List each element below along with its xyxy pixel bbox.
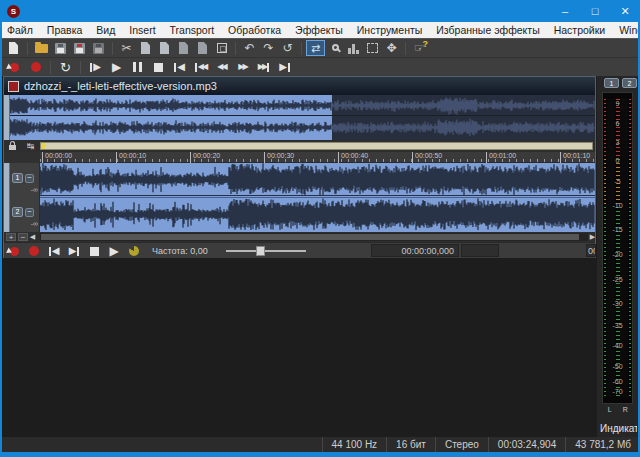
menu-window[interactable]: Window — [612, 22, 640, 38]
rewind-button[interactable]: ◀◀ — [211, 59, 232, 75]
selection-tool-button[interactable] — [363, 40, 382, 56]
statistics-button[interactable] — [344, 40, 363, 56]
play-icon: ▶ — [109, 245, 118, 257]
pan-tool-button[interactable]: ✥ — [382, 40, 401, 56]
document-title-bar[interactable]: dzhozzi_-_leti-leti-effective-version.mp… — [4, 77, 595, 95]
play-all-button[interactable]: ▶ — [85, 59, 106, 75]
stop-button[interactable] — [148, 59, 169, 75]
doc-record-button[interactable] — [24, 243, 44, 259]
record-remote-button[interactable] — [4, 59, 25, 75]
go-to-end-button[interactable]: ▶▶ — [253, 59, 274, 75]
meter-scale-label: -20 — [603, 250, 632, 257]
paste-special-icon — [179, 42, 188, 54]
toolbar-separator — [235, 42, 236, 55]
play-button[interactable]: ▶ — [106, 59, 127, 75]
channel-1-button[interactable]: 1 — [12, 173, 23, 183]
help-button[interactable]: ☞? — [410, 40, 429, 56]
meter-panel-title[interactable]: Индикатор — [600, 423, 637, 434]
play-icon: ▶ — [93, 62, 101, 72]
new-file-button[interactable] — [4, 40, 23, 56]
loop-start-marker[interactable] — [41, 143, 45, 149]
bar-glyph — [195, 63, 197, 72]
menu-edit[interactable]: Правка — [40, 22, 89, 38]
open-button[interactable] — [32, 40, 51, 56]
menu-effects[interactable]: Эффекты — [288, 22, 350, 38]
event-tool-button[interactable]: ⇄ — [306, 40, 325, 56]
paste-special-button[interactable] — [174, 40, 193, 56]
zoom-out-button[interactable]: − — [18, 233, 28, 241]
rate-slider[interactable] — [226, 245, 306, 257]
scrollbar-thumb[interactable] — [41, 234, 579, 240]
loop-playback-button[interactable]: ↻ — [55, 59, 76, 75]
forward-button[interactable]: ▶▶ — [232, 59, 253, 75]
rate-slider-track[interactable] — [226, 250, 306, 252]
waveform-channel-1[interactable] — [40, 163, 595, 196]
redo-button[interactable]: ↷ — [259, 40, 278, 56]
menu-file[interactable]: Файл — [0, 22, 40, 38]
channel-controls: 1− -∞ 2− -∞ — [10, 163, 40, 232]
time-ruler[interactable]: 00:00:0000:00:1000:00:2000:00:3000:00:40… — [40, 152, 595, 163]
level-meter[interactable]: 9630-5-10-15-20-25-30-35-40-50-60-70 — [602, 92, 633, 404]
save-as-button[interactable] — [70, 40, 89, 56]
time-clipped-display[interactable]: 00: — [586, 244, 596, 257]
waveform-area[interactable] — [40, 163, 595, 232]
menu-insert[interactable]: Insert — [122, 22, 162, 38]
status-bar: 44 100 Hz 16 бит Стерео 00:03:24,904 43 … — [0, 437, 640, 452]
overview-waveform[interactable] — [10, 95, 595, 140]
channel-1-minimize-button[interactable]: − — [25, 174, 34, 183]
next-button[interactable]: ▶ — [274, 59, 295, 75]
mix-paste-button[interactable] — [193, 40, 212, 56]
loop-region-bar[interactable] — [40, 142, 593, 150]
undo-button[interactable]: ↶ — [240, 40, 259, 56]
meter-channel-2-button[interactable]: 2 — [622, 78, 637, 88]
menu-transport[interactable]: Transport — [163, 22, 222, 38]
trim-button[interactable] — [212, 40, 231, 56]
doc-go-end-button[interactable]: ▶ — [64, 243, 84, 259]
close-button[interactable]: ✕ — [610, 0, 640, 22]
time-position-display[interactable]: 00:00:00,000 — [371, 244, 459, 257]
zoom-tool-button[interactable] — [325, 40, 344, 56]
doc-loop-button[interactable] — [124, 243, 144, 259]
snap-icon[interactable]: ↹ — [27, 141, 35, 151]
bar-glyph — [267, 63, 269, 72]
scroll-right-arrow[interactable]: ▶ — [588, 233, 597, 241]
repeat-button[interactable]: ↺ — [278, 40, 297, 56]
save-all-button[interactable] — [89, 40, 108, 56]
menu-process[interactable]: Обработка — [221, 22, 288, 38]
status-free-space[interactable]: 43 781,2 Мб — [565, 437, 640, 452]
channel-2-button[interactable]: 2 — [12, 207, 23, 217]
status-channel-mode[interactable]: Стерео — [435, 437, 488, 452]
rewind-all-button[interactable]: ◀◀ — [190, 59, 211, 75]
record-button[interactable] — [25, 59, 46, 75]
status-sample-rate[interactable]: 44 100 Hz — [322, 437, 387, 452]
cut-button[interactable]: ✂ — [117, 40, 136, 56]
channel-2-minimize-button[interactable]: − — [25, 208, 34, 217]
menu-view[interactable]: Вид — [89, 22, 122, 38]
lock-icon[interactable] — [9, 145, 16, 150]
doc-go-start-button[interactable]: ◀ — [44, 243, 64, 259]
meter-channel-1-button[interactable]: 1 — [604, 78, 619, 88]
minimize-button[interactable]: – — [550, 0, 580, 22]
save-button[interactable] — [51, 40, 70, 56]
meter-scale-label: 3 — [603, 139, 632, 146]
pause-button[interactable] — [127, 59, 148, 75]
paste-button[interactable] — [155, 40, 174, 56]
waveform-channel-2[interactable] — [40, 197, 595, 230]
menu-tools[interactable]: Инструменты — [350, 22, 429, 38]
doc-record-remote-button[interactable] — [4, 243, 24, 259]
status-bit-depth[interactable]: 16 бит — [386, 437, 435, 452]
maximize-button[interactable]: □ — [580, 0, 610, 22]
menu-favorites[interactable]: Избранные эффекты — [429, 22, 546, 38]
copy-button[interactable] — [136, 40, 155, 56]
doc-play-button[interactable]: ▶ — [104, 243, 124, 259]
doc-stop-button[interactable] — [84, 243, 104, 259]
menu-options[interactable]: Настройки — [547, 22, 613, 38]
zoom-in-button[interactable]: + — [6, 233, 16, 241]
record-remote-icon — [10, 247, 19, 256]
go-to-start-button[interactable]: ◀ — [169, 59, 190, 75]
channel-1-controls: 1− -∞ — [12, 166, 38, 193]
horizontal-scrollbar[interactable] — [40, 233, 588, 241]
time-secondary-display[interactable] — [461, 244, 499, 257]
status-length[interactable]: 00:03:24,904 — [488, 437, 565, 452]
scroll-left-arrow[interactable]: ◀ — [28, 233, 37, 241]
